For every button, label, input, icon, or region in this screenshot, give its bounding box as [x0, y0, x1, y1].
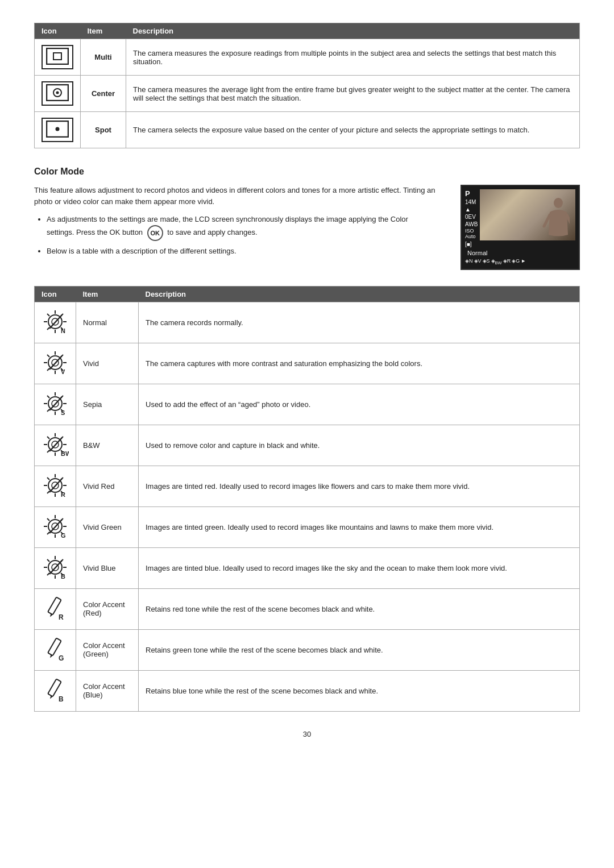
- table-row: G Color Accent (Green) Retains green ton…: [35, 629, 580, 670]
- svg-line-41: [47, 396, 49, 398]
- metering-desc-center: The camera measures the average light fr…: [126, 76, 580, 112]
- color-mode-para1: This feature allows adjustment to record…: [34, 185, 445, 207]
- svg-rect-100: [48, 679, 61, 696]
- table-row: G Vivid Green Images are tinted green. I…: [35, 506, 580, 547]
- svg-text:S: S: [61, 409, 65, 416]
- svg-text:N: N: [61, 327, 65, 334]
- metering-icon-cell: [35, 39, 81, 76]
- svg-line-51: [47, 450, 49, 452]
- color-mode-content: This feature allows adjustment to record…: [34, 185, 580, 270]
- table-row: Spot The camera selects the exposure val…: [35, 112, 580, 148]
- metering-table: Icon Item Description Multi The camera m…: [34, 23, 580, 148]
- lcd-icons-left: P 14M ▲ 0EV AWB ISOAuto [■]: [465, 189, 478, 247]
- metering-desc-multi: The camera measures the exposure reading…: [126, 39, 580, 76]
- color-item-vivid: Vivid: [76, 343, 139, 384]
- page-number: 30: [34, 730, 580, 738]
- color-mode-icon: V: [42, 349, 69, 376]
- svg-text:G: G: [61, 532, 66, 539]
- color-desc-sepia: Used to add the effect of an “aged” phot…: [139, 384, 580, 425]
- svg-line-77: [47, 518, 49, 521]
- svg-line-75: [47, 532, 49, 534]
- color-item-accent_red: Color Accent (Red): [76, 588, 139, 629]
- color-item-vivid_green: Vivid Green: [76, 506, 139, 547]
- color-header-item: Item: [76, 286, 139, 302]
- metering-header-description: Description: [126, 23, 580, 39]
- color-mode-icon: N: [42, 308, 69, 335]
- svg-point-4: [56, 92, 59, 94]
- color-accent-icon: R: [42, 595, 69, 622]
- color-icon-cell: R: [35, 466, 76, 506]
- color-mode-icon: S: [42, 390, 69, 417]
- color-icon-cell: B: [35, 547, 76, 588]
- person-silhouette: [538, 195, 570, 240]
- svg-line-8: [544, 215, 550, 226]
- color-item-normal: Normal: [76, 302, 139, 343]
- color-item-accent_green: Color Accent (Green): [76, 629, 139, 670]
- lcd-iso: ISOAuto: [465, 229, 478, 240]
- svg-line-39: [47, 409, 49, 412]
- metering-item-multi: Multi: [81, 39, 126, 76]
- color-icon-cell: N: [35, 302, 76, 343]
- color-icon-cell: S: [35, 384, 76, 425]
- lcd-bottom-row: Normal: [465, 250, 575, 256]
- svg-rect-1: [53, 53, 61, 60]
- table-row: B Vivid Blue Images are tinted blue. Ide…: [35, 547, 580, 588]
- table-row: S Sepia Used to add the effect of an “ag…: [35, 384, 580, 425]
- svg-point-7: [554, 198, 563, 208]
- color-mode-section: Color Mode This feature allows adjustmen…: [34, 167, 580, 270]
- color-mode-bullet2: Below is a table with a description of t…: [47, 246, 445, 257]
- table-row: R Vivid Red Images are tinted red. Ideal…: [35, 466, 580, 506]
- multi-metering-icon: [42, 45, 73, 69]
- color-accent-icon: B: [42, 676, 69, 704]
- metering-icon-cell-center: [35, 76, 81, 112]
- color-mode-icon: G: [42, 513, 69, 540]
- color-desc-bw: Used to remove color and capture in blac…: [139, 425, 580, 466]
- color-icon-cell: V: [35, 343, 76, 384]
- svg-line-27: [47, 368, 49, 371]
- svg-line-17: [47, 314, 49, 316]
- color-icon-cell: G: [35, 506, 76, 547]
- lcd-photo-area: [480, 189, 575, 240]
- lcd-icon1: ▲: [465, 206, 478, 213]
- svg-line-63: [47, 491, 49, 493]
- color-item-accent_blue: Color Accent (Blue): [76, 670, 139, 711]
- metering-header-icon: Icon: [35, 23, 81, 39]
- color-item-sepia: Sepia: [76, 384, 139, 425]
- color-mode-table: Icon Item Description: [34, 286, 580, 712]
- color-mode-text: This feature allows adjustment to record…: [34, 185, 445, 263]
- svg-text:G: G: [59, 654, 64, 662]
- color-icon-cell: BW: [35, 425, 76, 466]
- color-mode-icon: B: [42, 554, 69, 581]
- metering-header-item: Item: [81, 23, 126, 39]
- table-row: N Normal The camera records normally.: [35, 302, 580, 343]
- color-header-description: Description: [139, 286, 580, 302]
- color-desc-vivid_green: Images are tinted green. Ideally used to…: [139, 506, 580, 547]
- table-row: R Color Accent (Red) Retains red tone wh…: [35, 588, 580, 629]
- color-desc-vivid_red: Images are tinted red. Ideally used to r…: [139, 466, 580, 506]
- center-metering-icon: [42, 81, 73, 106]
- svg-line-29: [47, 355, 49, 357]
- color-item-vivid_blue: Vivid Blue: [76, 547, 139, 588]
- color-desc-vivid_blue: Images are tinted blue. Ideally used to …: [139, 547, 580, 588]
- lcd-normal-label: Normal: [467, 250, 487, 256]
- table-row: BW B&W Used to remove color and capture …: [35, 425, 580, 466]
- svg-rect-0: [47, 48, 68, 64]
- metering-icon-cell-spot: [35, 112, 81, 148]
- color-desc-accent_green: Retains green tone while the rest of the…: [139, 629, 580, 670]
- svg-line-65: [47, 477, 49, 480]
- lcd-color-row: ◈N ◈V ◈S ◈BW ◈R ◈G ►: [465, 258, 575, 265]
- color-icon-cell: B: [35, 670, 76, 711]
- section-title: Color Mode: [34, 167, 580, 177]
- lcd-metering: [■]: [465, 241, 478, 247]
- table-row: Multi The camera measures the exposure r…: [35, 39, 580, 76]
- lcd-wb: AWB: [465, 221, 478, 227]
- lcd-main-row: P 14M ▲ 0EV AWB ISOAuto [■]: [465, 189, 575, 247]
- metering-item-spot: Spot: [81, 112, 126, 148]
- color-item-bw: B&W: [76, 425, 139, 466]
- svg-text:BW: BW: [61, 450, 69, 457]
- ok-button-icon: OK: [147, 225, 163, 241]
- color-desc-accent_red: Retains red tone while the rest of the s…: [139, 588, 580, 629]
- svg-line-15: [47, 327, 49, 330]
- svg-text:V: V: [61, 368, 65, 375]
- svg-text:R: R: [59, 613, 64, 621]
